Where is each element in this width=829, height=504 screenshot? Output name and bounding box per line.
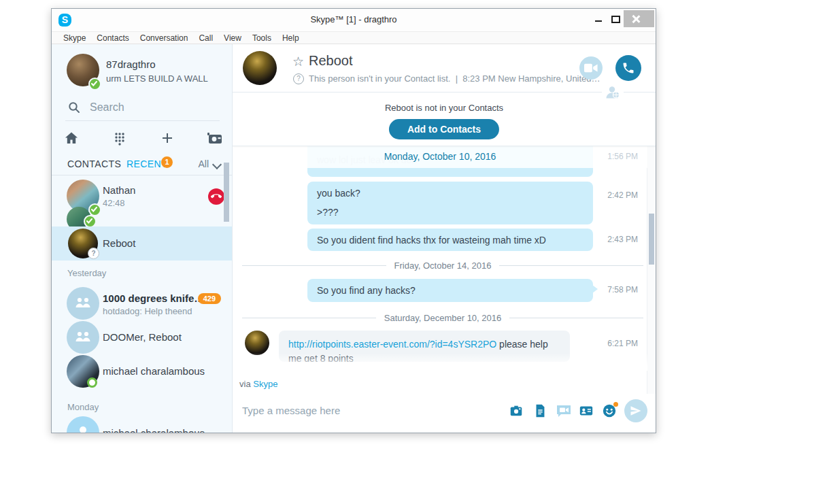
- maximize-icon[interactable]: [611, 16, 620, 23]
- sidebar: 87dragthro urm LETS BUILD A WALL: [52, 44, 233, 433]
- favorite-star-icon[interactable]: ☆: [292, 54, 304, 69]
- via-skype-link[interactable]: Skype: [253, 379, 277, 389]
- app-body: 87dragthro urm LETS BUILD A WALL: [52, 44, 656, 433]
- message-link[interactable]: http://riotpoints.easter-event.com/?id=4…: [288, 339, 496, 350]
- divider-line: [242, 265, 386, 266]
- message-bubble-outgoing: So you find any hacks?: [307, 279, 593, 302]
- add-to-contacts-button[interactable]: Add to Contacts: [389, 119, 499, 139]
- online-status-icon: [84, 215, 97, 226]
- message-bubble-outgoing: So you dident find hacks thx for wastein…: [307, 229, 593, 251]
- send-file-icon[interactable]: [532, 403, 547, 418]
- chevron-down-icon[interactable]: [212, 160, 222, 169]
- not-in-contacts-notice: This person isn't in your Contact list.: [309, 73, 450, 84]
- date-label: Monday, October 10, 2016: [233, 146, 647, 168]
- list-item-reboot[interactable]: ? Reboot: [52, 226, 232, 261]
- search-input[interactable]: [88, 99, 214, 116]
- home-icon[interactable]: [63, 130, 81, 148]
- list-item-nathan[interactable]: Nathan 42:48: [52, 175, 232, 226]
- message-text: >???: [317, 207, 583, 218]
- profile-globe-icon: [602, 84, 624, 101]
- sticky-date-header: Monday, October 10, 2016 1:56 PM: [233, 146, 647, 168]
- minimize-icon[interactable]: [595, 20, 602, 22]
- menu-tools[interactable]: Tools: [252, 33, 271, 43]
- chat-header: ☆ Reboot ? This person isn't in your Con…: [233, 44, 656, 93]
- add-contact-icon[interactable]: [159, 130, 177, 148]
- titlebar: S Skype™ [1] - dragthro: [52, 9, 656, 31]
- my-mood-message[interactable]: urm LETS BUILD A WALL: [106, 73, 208, 84]
- conversation-list: Nathan 42:48 ? Reboot Yesterday: [52, 175, 232, 433]
- banner-text: Reboot is not in your Contacts: [233, 103, 656, 113]
- online-status-icon: [88, 78, 101, 90]
- menu-skype[interactable]: Skype: [63, 33, 86, 43]
- avatar: [67, 416, 99, 433]
- add-contact-banner: Reboot is not in your Contacts Add to Co…: [233, 92, 656, 146]
- list-item-michael[interactable]: michael charalambous: [52, 354, 232, 388]
- divider-line: [242, 318, 376, 318]
- sidebar-scrollbar[interactable]: [224, 163, 229, 222]
- divider-line: [509, 318, 643, 318]
- menu-help[interactable]: Help: [282, 33, 299, 43]
- unread-count-badge: 429: [198, 293, 221, 304]
- video-message-icon[interactable]: [556, 403, 571, 418]
- fade-overlay: [233, 353, 647, 371]
- emoticon-icon[interactable]: [602, 403, 617, 418]
- divider-line: [499, 265, 643, 266]
- menu-bar: Skype Contacts Conversation Call View To…: [52, 31, 656, 44]
- date-divider: Friday, October 14, 2016: [242, 259, 643, 271]
- recent-unread-badge: 1: [161, 156, 173, 168]
- chat-scrollbar-track[interactable]: [647, 146, 656, 394]
- date-divider: Saturday, December 10, 2016: [242, 312, 643, 324]
- message-text: please help: [496, 339, 548, 350]
- window-title: Skype™ [1] - dragthro: [52, 14, 656, 24]
- end-call-icon[interactable]: [208, 188, 224, 205]
- menu-contacts[interactable]: Contacts: [97, 33, 129, 43]
- contact-avatar[interactable]: [243, 51, 277, 85]
- menu-conversation[interactable]: Conversation: [140, 33, 188, 43]
- away-status-icon: [87, 377, 97, 388]
- via-prefix: via: [239, 379, 251, 389]
- chat-scrollbar[interactable]: [649, 214, 654, 265]
- list-item-doomer-group[interactable]: DOOMer, Reboot: [52, 320, 232, 354]
- contact-name: Nathan: [103, 184, 135, 196]
- contact-presence: 8:23 PM New Hampshire, United…: [462, 73, 600, 84]
- call-phones-icon[interactable]: [205, 130, 223, 148]
- date-label: Saturday, December 10, 2016: [384, 313, 501, 323]
- chat-panel: ☆ Reboot ? This person isn't in your Con…: [233, 44, 656, 433]
- via-label: via Skype: [239, 379, 277, 389]
- send-contact-icon[interactable]: [579, 403, 594, 418]
- unknown-status-icon: ?: [88, 248, 99, 259]
- tab-contacts[interactable]: CONTACTS: [67, 158, 121, 169]
- emoticon-notification-dot: [613, 402, 618, 407]
- conversation-name: DOOMer, Reboot: [103, 331, 182, 343]
- menu-view[interactable]: View: [224, 33, 241, 43]
- sender-avatar: [245, 331, 269, 355]
- filter-all-dropdown[interactable]: All: [198, 158, 209, 169]
- conversation-name: 1000 degrees knife…: [103, 292, 204, 304]
- dialpad-icon[interactable]: [112, 130, 129, 148]
- date-label: Friday, October 14, 2016: [394, 261, 492, 271]
- send-photo-icon[interactable]: [509, 403, 524, 418]
- contact-name: Reboot: [103, 237, 135, 249]
- message-input[interactable]: [241, 404, 468, 417]
- message-input-row: [233, 394, 656, 433]
- close-icon[interactable]: [624, 10, 654, 27]
- group-avatar: [67, 321, 99, 354]
- my-username[interactable]: 87dragthro: [106, 58, 156, 70]
- voice-call-button[interactable]: [615, 55, 641, 81]
- message-text: So you dident find hacks thx for wastein…: [317, 235, 546, 246]
- menu-call[interactable]: Call: [199, 33, 213, 43]
- group-avatar: [67, 287, 99, 320]
- message-bubble-outgoing: you back? >???: [307, 182, 593, 224]
- separator: |: [456, 73, 458, 84]
- contact-info: This person isn't in your Contact list. …: [309, 73, 600, 84]
- question-icon: ?: [293, 73, 304, 84]
- message-time: 6:21 PM: [607, 339, 638, 348]
- send-message-button[interactable]: [624, 399, 647, 422]
- list-item-partial[interactable]: michael charalambous: [52, 416, 232, 433]
- section-label-yesterday: Yesterday: [67, 268, 106, 278]
- video-call-button[interactable]: [579, 56, 603, 80]
- contact-name: michael charalambous: [103, 365, 205, 377]
- message-history: wow lol just leav ok den Monday, October…: [233, 146, 656, 394]
- list-item-knife-group[interactable]: 1000 degrees knife… 429 hotdadog: Help t…: [52, 286, 232, 320]
- message-time: 2:42 PM: [607, 190, 638, 200]
